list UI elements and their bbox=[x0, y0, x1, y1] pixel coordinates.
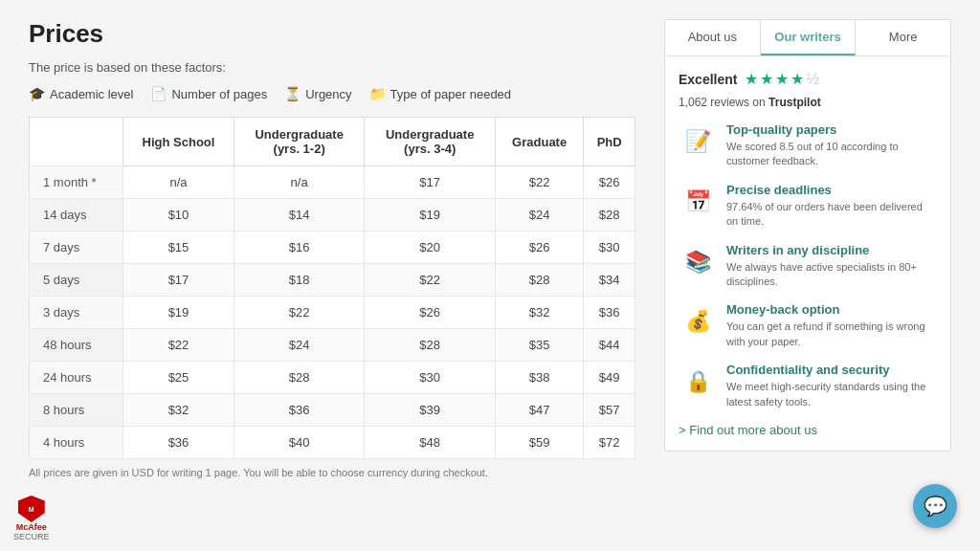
feature-title: Writers in any discipline bbox=[726, 243, 937, 257]
cell-grad: $28 bbox=[495, 264, 583, 297]
cell-grad: $35 bbox=[495, 329, 583, 362]
find-out-link[interactable]: > Find out more about us bbox=[679, 423, 937, 437]
pricing-table: High School Undergraduate(yrs. 1-2) Unde… bbox=[29, 117, 635, 459]
cell-ug12: $40 bbox=[234, 427, 365, 459]
subtitle: The price is based on these factors: bbox=[29, 60, 635, 75]
cell-highschool: $15 bbox=[123, 231, 234, 264]
features-list: 📝 Top-quality papers We scored 8.5 out o… bbox=[679, 122, 937, 409]
tab-about-us[interactable]: About us bbox=[665, 20, 761, 55]
table-row: 5 days $17 $18 $22 $28 $34 bbox=[30, 264, 635, 297]
cell-phd: $57 bbox=[584, 394, 635, 427]
feature-text: Writers in any discipline We always have… bbox=[726, 243, 937, 290]
feature-desc: We scored 8.5 out of 10 according to cus… bbox=[726, 140, 937, 169]
page-title: Prices bbox=[29, 19, 635, 49]
cell-grad: $22 bbox=[495, 166, 583, 199]
cell-phd: $72 bbox=[584, 427, 635, 459]
cell-deadline: 5 days bbox=[30, 264, 123, 297]
cell-deadline: 7 days bbox=[30, 231, 123, 264]
cell-ug34: $30 bbox=[365, 362, 496, 394]
col-grad: Graduate bbox=[495, 118, 583, 166]
table-row: 14 days $10 $14 $19 $24 $28 bbox=[30, 199, 635, 231]
cell-grad: $24 bbox=[495, 199, 583, 231]
cell-deadline: 48 hours bbox=[30, 329, 123, 362]
left-panel: Prices The price is based on these facto… bbox=[29, 19, 635, 478]
cell-ug12: $14 bbox=[234, 199, 365, 231]
cell-ug12: $16 bbox=[234, 231, 365, 264]
cell-phd: $49 bbox=[584, 362, 635, 394]
cell-highschool: $32 bbox=[123, 394, 234, 427]
table-row: 8 hours $32 $36 $39 $47 $57 bbox=[30, 394, 635, 427]
col-ug12: Undergraduate(yrs. 1-2) bbox=[234, 118, 365, 166]
cell-ug34: $39 bbox=[365, 394, 496, 427]
feature-desc: 97.64% of our orders have been delivered… bbox=[726, 200, 937, 230]
panel-content: Excellent ★★★★½ 1,062 reviews on Trustpi… bbox=[664, 55, 951, 452]
feature-text: Precise deadlines 97.64% of our orders h… bbox=[726, 183, 937, 230]
factor-pages-label: Number of pages bbox=[171, 87, 267, 101]
cell-highschool: $17 bbox=[123, 264, 234, 297]
cell-ug34: $22 bbox=[365, 264, 496, 297]
cell-ug34: $19 bbox=[365, 199, 496, 231]
tab-our-writers[interactable]: Our writers bbox=[761, 20, 857, 55]
tabs-container: About us Our writers More bbox=[664, 19, 951, 55]
cell-phd: $34 bbox=[584, 264, 635, 297]
feature-icon: 📚 bbox=[679, 243, 717, 281]
feature-text: Money-back option You can get a refund i… bbox=[726, 302, 937, 349]
cell-ug12: n/a bbox=[234, 166, 365, 199]
cell-deadline: 14 days bbox=[30, 199, 123, 231]
feature-text: Confidentiality and security We meet hig… bbox=[726, 363, 937, 409]
cell-highschool: $36 bbox=[123, 427, 234, 459]
cell-highschool: $25 bbox=[123, 362, 234, 394]
cell-highschool: $10 bbox=[123, 199, 234, 231]
feature-desc: We meet high-security standards using th… bbox=[726, 380, 937, 409]
cell-grad: $59 bbox=[495, 427, 583, 459]
footnote: All prices are given in USD for writing … bbox=[29, 467, 635, 478]
cell-phd: $26 bbox=[584, 166, 635, 199]
feature-title: Top-quality papers bbox=[726, 122, 937, 137]
factor-urgency-label: Urgency bbox=[305, 87, 351, 101]
urgency-icon: ⏳ bbox=[284, 86, 301, 101]
col-highschool: High School bbox=[123, 118, 234, 166]
trustpilot-reviews: 1,062 reviews on Trustpilot bbox=[679, 96, 821, 109]
cell-grad: $47 bbox=[495, 394, 583, 427]
feature-icon: 🔒 bbox=[679, 363, 717, 401]
feature-title: Confidentiality and security bbox=[726, 363, 937, 377]
cell-ug12: $22 bbox=[234, 297, 365, 329]
feature-item: 📚 Writers in any discipline We always ha… bbox=[679, 243, 937, 290]
chat-icon: 💬 bbox=[924, 495, 947, 497]
table-row: 3 days $19 $22 $26 $32 $36 bbox=[30, 297, 635, 329]
cell-ug12: $18 bbox=[234, 264, 365, 297]
cell-deadline: 3 days bbox=[30, 297, 123, 329]
table-row: 4 hours $36 $40 $48 $59 $72 bbox=[30, 427, 635, 459]
cell-grad: $38 bbox=[495, 362, 583, 394]
cell-highschool: $22 bbox=[123, 329, 234, 362]
factor-urgency: ⏳ Urgency bbox=[284, 86, 351, 101]
col-phd: PhD bbox=[584, 118, 635, 166]
factor-academic: 🎓 Academic level bbox=[29, 86, 133, 101]
cell-deadline: 24 hours bbox=[30, 362, 123, 394]
cell-highschool: n/a bbox=[123, 166, 234, 199]
trustpilot-logo: Trustpilot bbox=[768, 96, 821, 109]
right-panel: About us Our writers More Excellent ★★★★… bbox=[664, 19, 951, 478]
cell-ug12: $36 bbox=[234, 394, 365, 427]
pages-icon: 📄 bbox=[150, 86, 167, 101]
tab-more[interactable]: More bbox=[856, 20, 950, 55]
col-ug34: Undergraduate(yrs. 3-4) bbox=[365, 118, 496, 166]
table-row: 24 hours $25 $28 $30 $38 $49 bbox=[30, 362, 635, 394]
cell-ug34: $17 bbox=[365, 166, 496, 199]
trustpilot-stars: ★★★★½ bbox=[745, 70, 820, 88]
cell-ug34: $48 bbox=[365, 427, 496, 459]
type-icon: 📁 bbox=[369, 86, 386, 101]
cell-deadline: 8 hours bbox=[30, 394, 123, 427]
cell-ug12: $24 bbox=[234, 329, 365, 362]
feature-item: 📅 Precise deadlines 97.64% of our orders… bbox=[679, 183, 937, 230]
feature-icon: 💰 bbox=[679, 302, 717, 341]
table-row: 48 hours $22 $24 $28 $35 $44 bbox=[30, 329, 635, 362]
academic-icon: 🎓 bbox=[29, 86, 45, 101]
feature-desc: You can get a refund if something is wro… bbox=[726, 320, 937, 349]
feature-text: Top-quality papers We scored 8.5 out of … bbox=[726, 122, 937, 169]
feature-title: Precise deadlines bbox=[726, 183, 937, 197]
factor-academic-label: Academic level bbox=[50, 87, 133, 101]
feature-desc: We always have active specialists in 80+… bbox=[726, 260, 937, 290]
cell-ug34: $20 bbox=[365, 231, 496, 264]
cell-grad: $32 bbox=[495, 297, 583, 329]
